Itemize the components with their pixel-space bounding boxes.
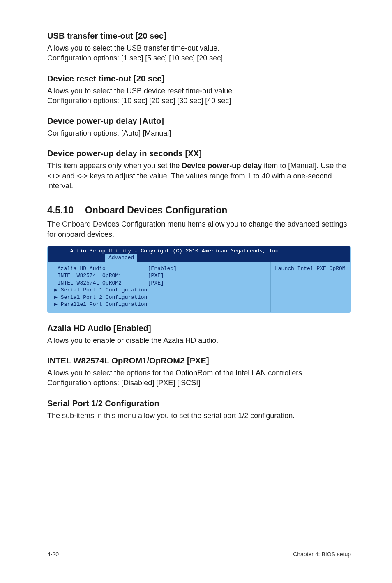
heading-intel-oprom: INTEL W82574L OpROM1/OpROM2 [PXE] [47,356,351,366]
bios-sub-row: ▶ Parallel Port Configuration [54,301,266,308]
bios-sub-label: Serial Port 2 Configuration [61,294,148,301]
bios-right-panel: Launch Intel PXE OpROM [270,262,350,312]
text-device-reset-2: Configuration options: [10 sec] [20 sec]… [47,96,351,106]
heading-device-reset: Device reset time-out [20 sec] [47,74,351,83]
bios-row: Azalia HD Audio[Enabled] [54,265,266,273]
text-usb-transfer-2: Configuration options: [1 sec] [5 sec] [… [47,53,351,63]
bios-row-label: Azalia HD Audio [58,265,148,273]
bios-row-label: INTEL W82574L OpROM2 [58,280,148,287]
bios-body: Azalia HD Audio[Enabled] INTEL W82574L O… [48,262,350,312]
text-intel-oprom-1: Allows you to select the options for the… [47,368,351,378]
heading-serial-port: Serial Port 1/2 Configuration [47,399,351,408]
text-azalia: Allows you to enable or disable the Azal… [47,335,351,345]
bios-sub-row: ▶ Serial Port 2 Configuration [54,294,266,301]
bios-row-value: [PXE] [148,280,164,286]
heading-onboard-title: Onboard Devices Configuration [85,205,227,215]
heading-azalia: Azalia HD Audio [Enabled] [47,324,351,333]
bios-left-panel: Azalia HD Audio[Enabled] INTEL W82574L O… [48,262,270,312]
text-power-up-seconds: This item appears only when you set the … [47,161,351,191]
footer-divider [47,548,351,548]
heading-power-up-seconds: Device power-up delay in seconds [XX] [47,149,351,158]
bios-sub-row: ▶ Serial Port 1 Configuration [54,287,266,294]
text-device-reset-1: Allows you to select the USB device rese… [47,86,351,96]
bios-title: Aptio Setup Utility - Copyright (C) 2010… [48,246,350,255]
footer-chapter: Chapter 4: BIOS setup [293,551,351,558]
bios-sub-label: Parallel Port Configuration [61,301,148,308]
heading-usb-transfer: USB transfer time-out [20 sec] [47,31,351,41]
bios-sub-label: Serial Port 1 Configuration [61,287,148,293]
bios-row-value: [PXE] [148,273,164,279]
triangle-icon: ▶ [54,287,61,293]
bios-row-label: INTEL W82574L OpROM1 [58,272,148,280]
footer-page-number: 4-20 [47,551,59,558]
bios-row: INTEL W82574L OpROM1[PXE] [54,272,266,280]
heading-onboard-devices: 4.5.10Onboard Devices Configuration [47,205,351,216]
bios-title-text: Aptio Setup Utility - Copyright (C) 2010… [70,248,282,254]
text-usb-transfer-1: Allows you to select the USB transfer ti… [47,43,351,53]
text-serial-port: The sub-items in this menu allow you to … [47,411,351,421]
text-power-up-1: Configuration options: [Auto] [Manual] [47,128,351,138]
bios-screenshot: Aptio Setup Utility - Copyright (C) 2010… [47,246,351,313]
page-footer: 4-20 Chapter 4: BIOS setup [0,548,392,558]
heading-power-up: Device power-up delay [Auto] [47,116,351,126]
bios-tab-advanced: Advanced [105,254,137,262]
triangle-icon: ▶ [54,301,61,308]
bios-row: INTEL W82574L OpROM2[PXE] [54,280,266,287]
bios-tab-row: Advanced [48,255,350,262]
text-intel-oprom-2: Configuration options: [Disabled] [PXE] … [47,378,351,388]
text-power-up-seconds-a: This item appears only when you set the [47,162,182,170]
heading-onboard-number: 4.5.10 [47,205,74,216]
triangle-icon: ▶ [54,294,61,301]
bios-row-value: [Enabled] [148,266,177,272]
text-power-up-seconds-bold: Device power-up delay [182,162,262,170]
text-onboard-desc: The Onboard Devices Configuration menu i… [47,219,351,239]
